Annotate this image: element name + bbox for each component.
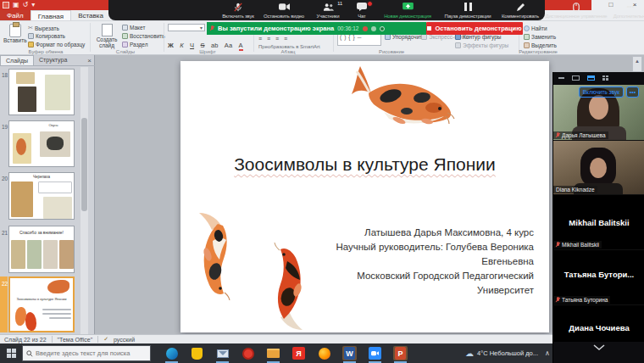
mic-muted-icon <box>556 132 560 138</box>
alignment-buttons[interactable]: ≡ ≡ ≡ ≡ <box>258 36 289 42</box>
cut-button[interactable]: ✂ Вырезать <box>28 25 59 31</box>
slide-thumbnail-19[interactable]: Карп Окунь <box>8 120 75 167</box>
save-icon[interactable]: ▣ <box>13 2 19 8</box>
format-painter-button[interactable]: Формат по образцу <box>28 42 85 47</box>
stop-video-control[interactable]: Остановить видео <box>261 1 307 20</box>
quick-access-toolbar: ▣ ↺ ▾ <box>3 2 35 8</box>
slide-thumbnail-21[interactable]: Спасибо за внимание! <box>8 226 75 273</box>
chat-badge <box>367 1 373 7</box>
chat-control[interactable]: Чат <box>349 1 375 20</box>
thumb-number: 22 <box>2 281 8 287</box>
slides-group-label: Слайды <box>100 49 151 54</box>
qat-caret-icon[interactable]: ▾ <box>31 2 35 8</box>
taskbar-weather[interactable]: ☁ 4°C Небольшой до... <box>465 349 538 358</box>
panel-close-icon[interactable]: × <box>87 55 95 65</box>
strip-view-icon[interactable] <box>587 75 595 81</box>
zoom-app-icon[interactable] <box>368 346 382 360</box>
reset-button[interactable]: Восстановить <box>122 33 165 39</box>
shape-outline-button[interactable]: Контур фигуры <box>455 34 501 40</box>
bold-button[interactable]: Ж <box>168 42 174 49</box>
firefox-icon[interactable] <box>317 346 331 360</box>
defender-icon[interactable] <box>190 346 204 360</box>
edge-icon[interactable] <box>164 346 179 360</box>
strikethrough-button[interactable]: S <box>201 42 205 49</box>
thumbnail-art <box>16 138 26 155</box>
section-button[interactable]: Раздел <box>122 42 147 47</box>
start-button[interactable] <box>0 343 22 363</box>
unmute-control[interactable]: Включить звук <box>219 1 258 20</box>
new-slide-button[interactable]: Создать слайд <box>95 24 119 48</box>
section-icon <box>122 42 128 47</box>
language-indicator[interactable]: русский <box>114 337 135 343</box>
new-share-control[interactable]: Новая демонстрация <box>378 1 437 20</box>
slide-thumbnail-20[interactable]: Черепаха <box>8 172 75 220</box>
shape-outline-icon <box>455 34 461 40</box>
char-spacing-button[interactable]: ab <box>211 42 218 49</box>
camera-icon <box>279 3 290 11</box>
annotate-control[interactable]: Комментировать <box>498 1 542 20</box>
underline-button[interactable]: Ч <box>190 42 194 49</box>
slide-thumbnail-22[interactable]: Зоосимволы в культуре Японии <box>8 276 75 332</box>
change-case-button[interactable]: Аа <box>225 42 232 49</box>
layout-button[interactable]: Макет <box>122 25 145 31</box>
speaker-view-icon[interactable] <box>572 75 580 81</box>
taskbar-search[interactable] <box>22 345 151 361</box>
spellcheck-icon[interactable]: ✓ <box>103 336 108 343</box>
tab-outline-pane[interactable]: Структура <box>34 55 72 65</box>
italic-button[interactable]: К <box>180 42 183 49</box>
tab-file[interactable]: Файл <box>0 10 31 20</box>
copy-button[interactable]: Копировать <box>28 33 65 39</box>
yandex-icon[interactable]: Я <box>291 346 306 360</box>
video-tile-mikhail[interactable]: Mikhail Balitskii Mikhail Balitskii <box>553 195 644 250</box>
shape-effects-button[interactable]: Эффекты фигуры <box>455 42 508 48</box>
remote-control[interactable]: Дистанционное управление <box>544 1 608 20</box>
tab-insert[interactable]: Вставка <box>71 10 110 20</box>
font-name-select[interactable]: ▾ <box>168 24 205 31</box>
panel-more-button[interactable]: ••• <box>626 87 639 98</box>
search-input[interactable] <box>36 349 146 357</box>
video-tile-tatyana[interactable]: Татьяна Бутори... Татьяна Буторина <box>553 250 644 305</box>
minimize-panel-icon[interactable] <box>558 77 564 79</box>
powerpoint-icon[interactable]: P <box>393 346 408 360</box>
mail-icon[interactable] <box>215 346 230 360</box>
slide-thumbnail-18[interactable] <box>8 69 75 115</box>
undo-icon[interactable]: ↺ <box>23 2 29 8</box>
replace-button[interactable]: Заменить <box>524 34 556 40</box>
slide-scrollbar-up[interactable]: ▲ <box>632 56 642 72</box>
taskbar-overflow-icon[interactable]: ∧ <box>545 349 550 357</box>
participant-nametag: Татьяна Буторина <box>553 296 610 304</box>
shield-icon <box>380 26 385 31</box>
pause-share-control[interactable]: Пауза демонстрации <box>441 1 495 20</box>
video-tile-diana-k[interactable]: Diana Kiknadze <box>553 141 644 195</box>
thumbnail-art <box>47 280 69 293</box>
file-explorer-icon[interactable] <box>266 346 280 360</box>
panel-scrollbar[interactable] <box>80 67 88 335</box>
thumbnail-art <box>11 240 25 269</box>
participants-control[interactable]: 11 Участники <box>310 1 346 20</box>
thumbnail-art <box>59 240 74 269</box>
paste-button[interactable]: Вставить <box>3 24 27 43</box>
find-button[interactable]: Найти <box>524 25 547 31</box>
scissors-icon: ✂ <box>28 25 33 31</box>
word-icon[interactable]: W <box>342 346 357 360</box>
font-color-button[interactable]: А <box>239 42 243 51</box>
tab-slides-pane[interactable]: Слайды <box>0 55 34 65</box>
panel-scroll-chevron-icon[interactable] <box>592 343 606 351</box>
opera-icon[interactable] <box>241 346 255 360</box>
participant-nametag: Mikhail Balitskii <box>553 241 602 249</box>
gallery-view-icon[interactable] <box>602 75 609 81</box>
more-control[interactable]: ••• Дополнительно <box>610 1 644 20</box>
slide-author-block[interactable]: Латышева Дарья Максимовна, 4 курс Научны… <box>330 226 534 298</box>
clipboard-group-label: Буфер обмена <box>15 49 76 54</box>
paste-icon <box>9 24 21 37</box>
slide-title[interactable]: Зоосимволы в культуре Японии <box>197 154 532 175</box>
video-tile-diana-ch[interactable]: Диана Чочиева <box>553 305 644 342</box>
select-button[interactable]: Выделить <box>524 42 557 48</box>
unmute-button[interactable]: Включить звук <box>579 87 624 98</box>
thumbnail-art <box>49 317 71 319</box>
stop-share-button[interactable]: Остановить демонстрацию <box>426 22 523 35</box>
arrange-button[interactable]: Упорядочить <box>385 34 425 40</box>
slide-canvas[interactable]: Зоосимволы в культуре Японии Латышева Да… <box>180 61 549 332</box>
thumb-number: 18 <box>2 72 8 78</box>
tab-home[interactable]: Главная <box>31 10 71 20</box>
